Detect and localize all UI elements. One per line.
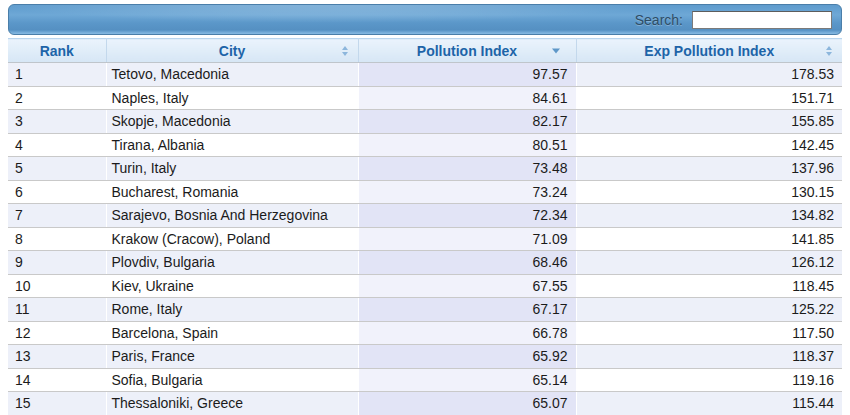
city-cell: Kiev, Ukraine <box>106 274 358 298</box>
table-row: 4Tirana, Albania80.51142.45 <box>8 133 842 157</box>
city-cell: Krakow (Cracow), Poland <box>106 227 358 251</box>
table-row: 1Tetovo, Macedonia97.57178.53 <box>8 63 842 87</box>
column-header-label: City <box>219 43 245 59</box>
table-row: 10Kiev, Ukraine67.55118.45 <box>8 274 842 298</box>
pollution-index-cell: 67.55 <box>358 274 576 298</box>
city-cell: Tirana, Albania <box>106 133 358 157</box>
pollution-index-cell: 73.48 <box>358 157 576 181</box>
rank-cell: 4 <box>8 133 106 157</box>
column-header-label: Exp Pollution Index <box>644 43 774 59</box>
rank-cell: 11 <box>8 298 106 322</box>
rank-cell: 15 <box>8 392 106 415</box>
exp-pollution-index-cell: 118.45 <box>576 274 842 298</box>
exp-pollution-index-cell: 118.37 <box>576 345 842 369</box>
city-cell: Plovdiv, Bulgaria <box>106 251 358 275</box>
exp-pollution-index-cell: 134.82 <box>576 204 842 228</box>
exp-pollution-index-cell: 141.85 <box>576 227 842 251</box>
column-header-label: Rank <box>40 43 74 59</box>
city-cell: Naples, Italy <box>106 86 358 110</box>
table-row: 6Bucharest, Romania73.24130.15 <box>8 180 842 204</box>
exp-pollution-index-cell: 117.50 <box>576 321 842 345</box>
pollution-index-cell: 65.14 <box>358 368 576 392</box>
pollution-index-cell: 65.92 <box>358 345 576 369</box>
sort-unsorted-icon <box>342 46 348 56</box>
pollution-index-table: Rank City Pollution Index Exp Pollution … <box>8 38 842 415</box>
table-row: 7Sarajevo, Bosnia And Herzegovina72.3413… <box>8 204 842 228</box>
table-row: 5Turin, Italy73.48137.96 <box>8 157 842 181</box>
city-cell: Tetovo, Macedonia <box>106 63 358 87</box>
city-cell: Skopje, Macedonia <box>106 110 358 134</box>
rank-cell: 1 <box>8 63 106 87</box>
pollution-index-cell: 67.17 <box>358 298 576 322</box>
pollution-index-cell: 73.24 <box>358 180 576 204</box>
rank-cell: 13 <box>8 345 106 369</box>
column-header-rank: Rank <box>8 39 106 63</box>
city-cell: Sofia, Bulgaria <box>106 368 358 392</box>
table-row: 3Skopje, Macedonia82.17155.85 <box>8 110 842 134</box>
exp-pollution-index-cell: 119.16 <box>576 368 842 392</box>
rank-cell: 12 <box>8 321 106 345</box>
city-cell: Paris, France <box>106 345 358 369</box>
rank-cell: 10 <box>8 274 106 298</box>
pollution-index-cell: 66.78 <box>358 321 576 345</box>
exp-pollution-index-cell: 130.15 <box>576 180 842 204</box>
pollution-index-cell: 97.57 <box>358 63 576 87</box>
table-row: 15Thessaloniki, Greece65.07115.44 <box>8 392 842 415</box>
pollution-index-cell: 65.07 <box>358 392 576 415</box>
table-body: 1Tetovo, Macedonia97.57178.532Naples, It… <box>8 63 842 415</box>
city-cell: Bucharest, Romania <box>106 180 358 204</box>
exp-pollution-index-cell: 178.53 <box>576 63 842 87</box>
pollution-index-cell: 72.34 <box>358 204 576 228</box>
rank-cell: 8 <box>8 227 106 251</box>
exp-pollution-index-cell: 137.96 <box>576 157 842 181</box>
exp-pollution-index-cell: 142.45 <box>576 133 842 157</box>
pollution-index-cell: 68.46 <box>358 251 576 275</box>
city-cell: Thessaloniki, Greece <box>106 392 358 415</box>
page: Search: Rank City Pollution Index <box>0 0 850 415</box>
header-row: Rank City Pollution Index Exp Pollution … <box>8 39 842 63</box>
table-row: 2Naples, Italy84.61151.71 <box>8 86 842 110</box>
rank-cell: 2 <box>8 86 106 110</box>
exp-pollution-index-cell: 155.85 <box>576 110 842 134</box>
search-bar: Search: <box>8 4 842 35</box>
pollution-index-cell: 82.17 <box>358 110 576 134</box>
exp-pollution-index-cell: 115.44 <box>576 392 842 415</box>
sort-unsorted-icon <box>826 46 832 56</box>
city-cell: Turin, Italy <box>106 157 358 181</box>
table-row: 13Paris, France65.92118.37 <box>8 345 842 369</box>
rank-cell: 7 <box>8 204 106 228</box>
column-header-pollution-index[interactable]: Pollution Index <box>358 39 576 63</box>
exp-pollution-index-cell: 126.12 <box>576 251 842 275</box>
pollution-index-cell: 71.09 <box>358 227 576 251</box>
table-row: 11Rome, Italy67.17125.22 <box>8 298 842 322</box>
table-row: 9Plovdiv, Bulgaria68.46126.12 <box>8 251 842 275</box>
column-header-exp-pollution-index[interactable]: Exp Pollution Index <box>576 39 842 63</box>
column-header-city[interactable]: City <box>106 39 358 63</box>
search-label: Search: <box>635 12 683 28</box>
table-row: 14Sofia, Bulgaria65.14119.16 <box>8 368 842 392</box>
sort-descending-icon <box>552 48 560 53</box>
exp-pollution-index-cell: 125.22 <box>576 298 842 322</box>
pollution-index-cell: 84.61 <box>358 86 576 110</box>
rank-cell: 3 <box>8 110 106 134</box>
city-cell: Sarajevo, Bosnia And Herzegovina <box>106 204 358 228</box>
search-input[interactable] <box>692 11 832 29</box>
pollution-index-cell: 80.51 <box>358 133 576 157</box>
rank-cell: 9 <box>8 251 106 275</box>
exp-pollution-index-cell: 151.71 <box>576 86 842 110</box>
rank-cell: 5 <box>8 157 106 181</box>
rank-cell: 6 <box>8 180 106 204</box>
city-cell: Barcelona, Spain <box>106 321 358 345</box>
column-header-label: Pollution Index <box>417 43 517 59</box>
rank-cell: 14 <box>8 368 106 392</box>
table-row: 8Krakow (Cracow), Poland71.09141.85 <box>8 227 842 251</box>
table-row: 12Barcelona, Spain66.78117.50 <box>8 321 842 345</box>
city-cell: Rome, Italy <box>106 298 358 322</box>
